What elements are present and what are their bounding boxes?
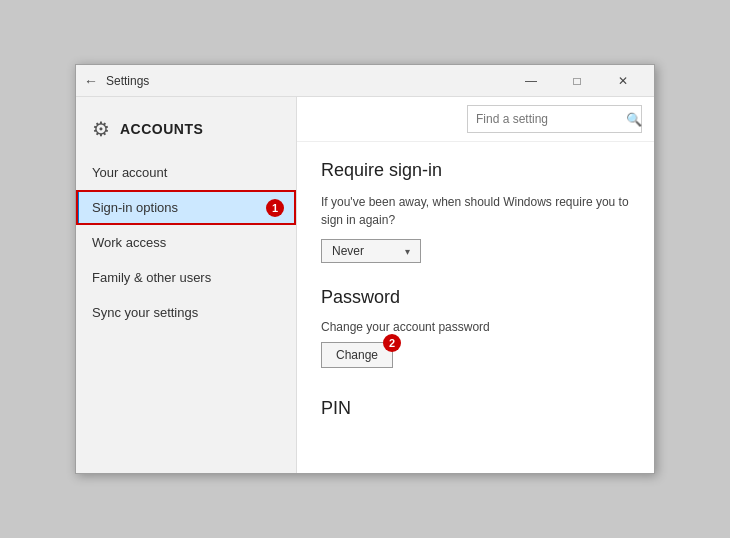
change-password-button[interactable]: Change 2: [321, 342, 393, 368]
content-area: ⚙ ACCOUNTS Your accountSign-in options1W…: [76, 97, 654, 473]
sidebar-item-sync-settings[interactable]: Sync your settings: [76, 295, 296, 330]
window-title: Settings: [106, 74, 508, 88]
require-signin-title: Require sign-in: [321, 160, 630, 181]
change-btn-label: Change: [336, 348, 378, 362]
search-input[interactable]: [476, 112, 626, 126]
dropdown-value: Never: [332, 244, 364, 258]
never-dropdown[interactable]: Never ▾: [321, 239, 421, 263]
dropdown-arrow: ▾: [405, 246, 410, 257]
sidebar-item-sign-in-options[interactable]: Sign-in options1: [76, 190, 296, 225]
password-title: Password: [321, 287, 630, 308]
title-bar: ← Settings — □ ✕: [76, 65, 654, 97]
change-password-desc: Change your account password: [321, 320, 630, 334]
nav-list: Your accountSign-in options1Work accessF…: [76, 155, 296, 330]
window-controls: — □ ✕: [508, 65, 646, 97]
close-button[interactable]: ✕: [600, 65, 646, 97]
pin-title: PIN: [321, 398, 630, 419]
pin-section: PIN: [321, 398, 630, 419]
badge-sign-in-options: 1: [266, 199, 284, 217]
sidebar-item-family-other-users[interactable]: Family & other users: [76, 260, 296, 295]
search-icon: 🔍: [626, 112, 642, 127]
change-badge: 2: [383, 334, 401, 352]
sidebar-item-work-access[interactable]: Work access: [76, 225, 296, 260]
back-button[interactable]: ←: [84, 73, 98, 89]
settings-window: ← Settings — □ ✕ ⚙ ACCOUNTS Your account…: [75, 64, 655, 474]
main-header: 🔍: [297, 97, 654, 142]
require-signin-section: Require sign-in If you've been away, whe…: [321, 160, 630, 263]
minimize-button[interactable]: —: [508, 65, 554, 97]
main-body: Require sign-in If you've been away, whe…: [297, 142, 654, 473]
main-content: 🔍 Require sign-in If you've been away, w…: [296, 97, 654, 473]
password-section: Password Change your account password Ch…: [321, 287, 630, 388]
require-signin-desc: If you've been away, when should Windows…: [321, 193, 630, 229]
accounts-icon: ⚙: [92, 117, 110, 141]
sidebar: ⚙ ACCOUNTS Your accountSign-in options1W…: [76, 97, 296, 473]
maximize-button[interactable]: □: [554, 65, 600, 97]
sidebar-title: ACCOUNTS: [120, 121, 203, 137]
sidebar-header: ⚙ ACCOUNTS: [76, 107, 296, 155]
search-box[interactable]: 🔍: [467, 105, 642, 133]
sidebar-item-your-account[interactable]: Your account: [76, 155, 296, 190]
